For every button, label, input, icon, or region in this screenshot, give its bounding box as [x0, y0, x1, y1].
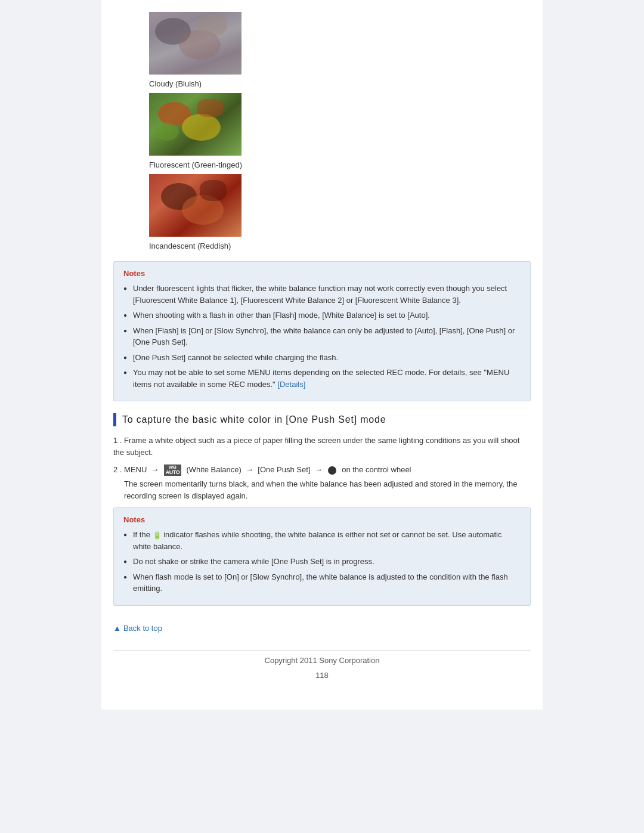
section-heading-text: To capture the basic white color in [One…	[122, 414, 386, 425]
note-item-2-2: When flash mode is set to [On] or [Slow …	[123, 571, 521, 594]
notes-box-1: Notes Under fluorescent lights that flic…	[113, 261, 531, 401]
footer-container: ▲ Back to top Copyright 2011 Sony Corpor…	[113, 624, 531, 692]
page-wrapper: Cloudy (Bluish) Fluorescent (Green-tinge…	[0, 0, 644, 833]
notes-title-1: Notes	[123, 269, 521, 278]
notes-box-2: Notes If the 🔋 indicator flashes while s…	[113, 507, 531, 606]
image-incandescent	[149, 174, 242, 237]
image-section: Cloudy (Bluish) Fluorescent (Green-tinge…	[113, 6, 531, 255]
notes-list-1: Under fluorescent lights that flicker, t…	[123, 283, 521, 390]
note-item: [One Push Set] cannot be selected while …	[123, 352, 521, 364]
section-heading: To capture the basic white color in [One…	[113, 413, 531, 426]
copyright-text: Copyright 2011 Sony Corporation	[161, 656, 483, 665]
content-area: Cloudy (Bluish) Fluorescent (Green-tinge…	[101, 0, 543, 710]
wb-badge: WB AUTO	[164, 465, 181, 476]
step-1: 1 . Frame a white object such as a piece…	[113, 435, 531, 458]
step-1-text: Frame a white object such as a piece of …	[113, 436, 519, 457]
footer-line: Copyright 2011 Sony Corporation	[113, 651, 531, 665]
caption-incandescent: Incandescent (Reddish)	[149, 241, 231, 250]
circle-control-icon	[328, 466, 336, 475]
back-to-top-text: Back to top	[123, 624, 162, 633]
page-number: 118	[113, 671, 531, 692]
note-item-2-0: If the 🔋 indicator flashes while shootin…	[123, 529, 521, 552]
notes-title-2: Notes	[123, 515, 521, 524]
note-item: You may not be able to set some MENU ite…	[123, 367, 521, 390]
back-to-top-area: ▲ Back to top	[113, 624, 531, 633]
step-2: 2 . MENU → WB AUTO (White Balance) → [On…	[113, 464, 531, 501]
note-item: When [Flash] is [On] or [Slow Synchro], …	[123, 325, 521, 348]
step-2-text: MENU → WB AUTO (White Balance) → [One Pu…	[124, 465, 411, 474]
note-item: Under fluorescent lights that flicker, t…	[123, 283, 521, 306]
back-to-top-link[interactable]: ▲ Back to top	[113, 624, 525, 633]
steps-list: 1 . Frame a white object such as a piece…	[113, 435, 531, 501]
notes-list-2: If the 🔋 indicator flashes while shootin…	[123, 529, 521, 594]
image-cloudy	[149, 12, 242, 75]
step-2-subtext: The screen momentarily turns black, and …	[124, 478, 531, 501]
note-item: When shooting with a flash in other than…	[123, 309, 521, 321]
note-item-2-1: Do not shake or strike the camera while …	[123, 556, 521, 568]
back-to-top-arrow: ▲	[113, 624, 121, 633]
caption-cloudy: Cloudy (Bluish)	[149, 79, 202, 88]
section-heading-bar	[113, 413, 116, 426]
details-link[interactable]: [Details]	[277, 380, 305, 389]
caption-fluorescent: Fluorescent (Green-tinged)	[149, 160, 242, 169]
outer-wrapper: Cloudy (Bluish) Fluorescent (Green-tinge…	[0, 0, 644, 710]
image-fluorescent	[149, 93, 242, 156]
indicator-icon: 🔋	[153, 530, 162, 541]
